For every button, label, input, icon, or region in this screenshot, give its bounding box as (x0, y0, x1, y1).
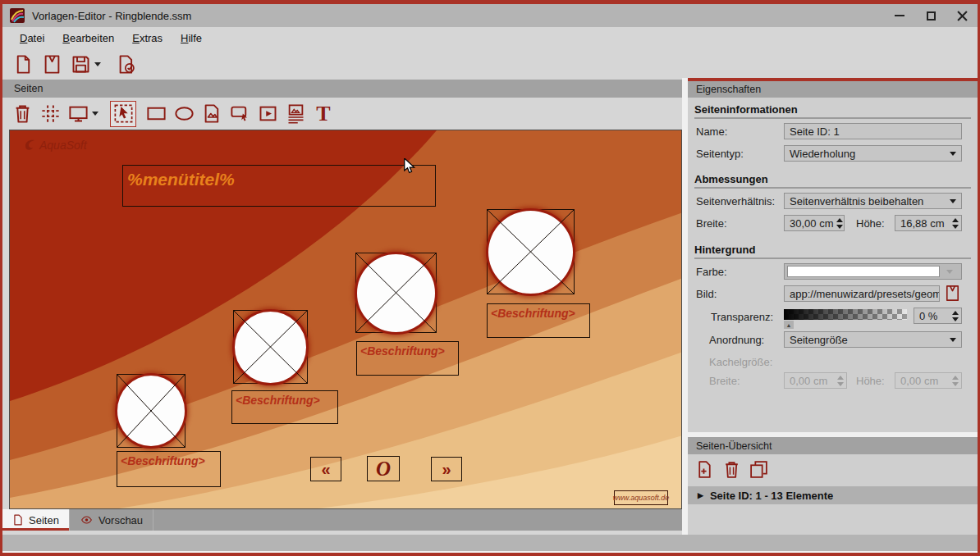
title-bar: Vorlagen-Editor - Ringblende.ssm (2, 4, 978, 27)
aquasoft-swirl-icon (23, 138, 38, 153)
open-file-icon (943, 284, 962, 303)
text-tool-button[interactable]: T (310, 101, 337, 127)
chevron-down-icon (946, 270, 953, 274)
tab-vorschau-label: Vorschau (98, 514, 143, 526)
arrangement-dropdown[interactable]: Seitengröße (784, 331, 962, 348)
display-tool-button[interactable] (65, 101, 91, 127)
name-label: Name: (696, 125, 727, 138)
minimize-icon (895, 15, 904, 16)
section-background: Hintergrund (694, 244, 755, 256)
check-document-icon (116, 53, 138, 75)
caption-placeholder-3[interactable]: <Beschriftung> (356, 341, 459, 376)
open-file-button[interactable] (39, 52, 65, 77)
display-dropdown[interactable] (92, 112, 98, 116)
pages-overview-panel: Seiten-Übersicht ▶ Seite ID: 1 - 13 Elem… (688, 437, 978, 535)
width-value: 30,00 cm (790, 217, 833, 230)
image-placeholder-4[interactable] (487, 209, 575, 294)
pages-overview-header: Seiten-Übersicht (688, 437, 978, 454)
website-label[interactable]: www.aquasoft.de (614, 490, 668, 505)
aspect-ratio-label: Seitenverhältnis: (696, 195, 775, 207)
menu-datei[interactable]: Datei (12, 30, 52, 47)
grid-tool-button[interactable] (37, 101, 63, 127)
properties-header: Eigenschaften (688, 81, 978, 98)
image-tool-button[interactable] (199, 101, 225, 127)
spinner-arrows-icon[interactable] (836, 218, 843, 229)
page-type-dropdown[interactable]: Wiederholung (784, 145, 962, 162)
height-stepper[interactable]: 16,88 cm (895, 215, 962, 231)
tab-seiten-label: Seiten (29, 514, 59, 526)
new-document-button[interactable] (11, 52, 36, 77)
window-title: Vorlagen-Editor - Ringblende.ssm (32, 10, 191, 22)
next-chevrons: » (442, 460, 451, 479)
transparency-stepper[interactable]: 0 % (914, 308, 962, 324)
save-button[interactable] (68, 52, 94, 77)
tile-height-value: 0,00 cm (900, 375, 949, 387)
section-dimensions: Abmessungen (694, 173, 768, 185)
caption-placeholder-4[interactable]: <Beschriftung> (487, 303, 590, 338)
menu-title-placeholder[interactable]: %menütitel% (122, 165, 436, 207)
color-picker[interactable] (784, 263, 962, 280)
video-tool-button[interactable] (254, 101, 281, 127)
width-stepper[interactable]: 30,00 cm (784, 215, 845, 231)
close-button[interactable] (947, 4, 977, 27)
menu-hilfe[interactable]: Hilfe (173, 30, 209, 47)
add-page-button[interactable] (694, 459, 715, 480)
right-column: Eigenschaften Seiteninformationen Name: … (682, 78, 978, 535)
open-file-icon (41, 53, 63, 75)
page-canvas[interactable]: AquaSoft %menütitel% <Beschriftung> <Bes… (9, 130, 682, 509)
aspect-ratio-dropdown[interactable]: Seitenverhältnis beibehalten (784, 193, 962, 209)
placeholder-cross-icon (234, 311, 307, 383)
duplicate-page-button[interactable] (749, 459, 769, 480)
minimize-button[interactable] (885, 4, 914, 27)
caption-placeholder-2[interactable]: <Beschriftung> (231, 390, 338, 424)
app-icon (9, 7, 25, 24)
name-input[interactable]: Seite ID: 1 (784, 123, 962, 139)
transparency-value: 0 % (919, 310, 949, 322)
delete-tool-button[interactable] (9, 101, 35, 127)
active-tab-underline (2, 528, 69, 531)
image-placeholder-2[interactable] (233, 310, 308, 384)
nav-next-button[interactable]: » (431, 457, 462, 481)
image-placeholder-3[interactable] (355, 253, 437, 333)
close-icon (957, 11, 968, 21)
name-value: Seite ID: 1 (790, 125, 840, 138)
check-document-button[interactable] (114, 52, 140, 77)
spinner-arrows-icon[interactable] (952, 218, 959, 229)
maximize-button[interactable] (916, 4, 946, 27)
tab-seiten[interactable]: Seiten (2, 509, 70, 531)
rectangle-tool-button[interactable] (143, 101, 169, 127)
nav-prev-button[interactable]: « (310, 457, 341, 481)
caption-placeholder-1[interactable]: <Beschriftung> (117, 451, 221, 487)
monitor-icon (67, 103, 89, 125)
image-text-tool-button[interactable] (282, 101, 309, 127)
ellipse-icon (173, 103, 195, 125)
nav-home-button[interactable]: O (367, 456, 400, 481)
mouse-cursor-icon (402, 158, 417, 175)
tree-expander-icon[interactable]: ▶ (698, 491, 703, 499)
eye-icon (80, 514, 94, 526)
slider-marker-icon[interactable]: ▲ (784, 321, 794, 329)
aquasoft-logo-text: AquaSoft (39, 139, 87, 152)
properties-title: Eigenschaften (696, 84, 761, 95)
button-tool-button[interactable] (227, 101, 253, 127)
placeholder-cross-icon (488, 210, 574, 294)
menu-bearbeiten[interactable]: Bearbeiten (55, 30, 121, 47)
spinner-arrows-icon[interactable] (952, 311, 959, 321)
delete-page-button[interactable] (721, 459, 742, 480)
menu-extras[interactable]: Extras (125, 30, 170, 47)
transparency-slider[interactable] (784, 309, 907, 320)
aquasoft-logo: AquaSoft (23, 138, 87, 153)
tile-width-label: Breite: (709, 375, 740, 387)
select-tool-button[interactable] (110, 101, 136, 127)
ellipse-tool-button[interactable] (171, 101, 197, 127)
image-path-input[interactable]: app://menuwizard/presets/geometrie (784, 285, 940, 302)
page-tree-item[interactable]: ▶ Seite ID: 1 - 13 Elemente (688, 486, 978, 504)
image-placeholder-1[interactable] (117, 374, 185, 448)
section-rule (694, 257, 971, 259)
save-options-dropdown[interactable] (94, 62, 101, 66)
browse-image-button[interactable] (943, 284, 962, 303)
status-bar (2, 535, 978, 551)
spinner-arrows-icon (837, 376, 844, 386)
pages-panel-title: Seiten (14, 83, 43, 94)
tab-vorschau[interactable]: Vorschau (70, 509, 153, 531)
